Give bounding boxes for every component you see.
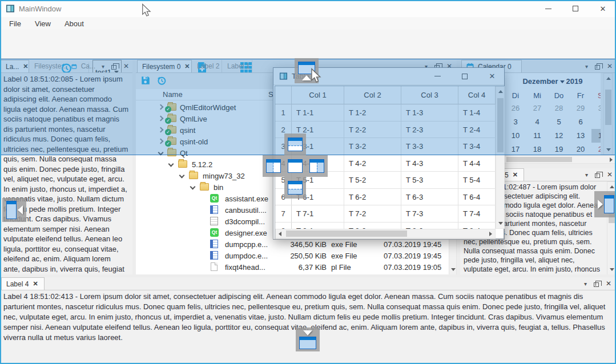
scrollbar-thumb[interactable] bbox=[506, 157, 572, 162]
dock-close-icon[interactable]: ✕ bbox=[606, 280, 611, 288]
table-hscrollbar[interactable] bbox=[275, 229, 496, 238]
calendar-day[interactable]: 13 bbox=[570, 129, 591, 143]
table-cell[interactable]: T 5-4 bbox=[458, 172, 496, 188]
chevron-right-icon[interactable] bbox=[158, 104, 164, 110]
table-window[interactable]: Table 0 ✕ Col 1 Col 2 Col 3 Col 4 1T 1-1… bbox=[273, 67, 505, 240]
table-cell[interactable]: T 5-2 bbox=[344, 172, 401, 188]
table-header-col1[interactable]: Col 1 bbox=[292, 86, 344, 104]
table-cell[interactable]: T 4-4 bbox=[458, 155, 496, 172]
calendar-day[interactable]: 10 bbox=[505, 129, 526, 143]
scrollbar-thumb[interactable] bbox=[497, 98, 504, 152]
calendar-day[interactable]: 3 bbox=[505, 115, 526, 129]
table-row[interactable]: 1T 1-1T 1-2T 1-3T 1-4 bbox=[275, 104, 496, 122]
table-cell[interactable]: T 2-3 bbox=[401, 122, 458, 138]
table-cell[interactable]: T 4-2 bbox=[344, 155, 401, 172]
title-bar[interactable]: MainWindow ✕ bbox=[0, 0, 616, 17]
calendar-day[interactable]: 12 bbox=[548, 129, 570, 143]
close-button[interactable]: ✕ bbox=[482, 68, 502, 84]
table-cell[interactable]: T 6-3 bbox=[401, 189, 458, 205]
scrollbar-thumb[interactable] bbox=[286, 230, 407, 237]
drop-indicator-split-top[interactable] bbox=[284, 134, 306, 155]
dock-menu-icon[interactable]: ▾ bbox=[585, 63, 588, 70]
calendar-day[interactable]: 21 bbox=[591, 143, 601, 155]
table-cell[interactable]: T 7-2 bbox=[344, 205, 401, 222]
table-cell[interactable]: T 7-3 bbox=[401, 205, 458, 222]
drop-indicator-left-edge[interactable] bbox=[2, 198, 26, 222]
drop-indicator-bottom-edge[interactable] bbox=[296, 327, 320, 351]
table-cell[interactable]: T 5-3 bbox=[401, 172, 458, 188]
tab-close-icon[interactable]: ✕ bbox=[184, 63, 190, 70]
scroll-up-icon[interactable] bbox=[606, 77, 611, 80]
scroll-down-icon[interactable] bbox=[606, 148, 611, 151]
drop-indicator-top-edge[interactable] bbox=[295, 58, 319, 83]
tab-label4[interactable]: Label 4 ✕ bbox=[1, 277, 45, 290]
table-cell[interactable]: T 7-1 bbox=[292, 205, 344, 222]
chevron-down-icon[interactable] bbox=[190, 184, 196, 190]
dock-menu-icon[interactable]: ▾ bbox=[584, 281, 587, 287]
table-cell[interactable]: T 1-2 bbox=[344, 104, 401, 121]
restore-icon[interactable] bbox=[156, 75, 167, 86]
table-cell[interactable]: T 1-3 bbox=[401, 104, 458, 121]
calendar-month[interactable]: Dezember bbox=[522, 77, 558, 86]
table-header-col4[interactable]: Col 4 bbox=[458, 86, 496, 104]
table-cell[interactable]: T 6-2 bbox=[344, 189, 401, 205]
table-cell[interactable]: T 1-1 bbox=[292, 104, 344, 121]
maximize-button[interactable] bbox=[562, 0, 589, 17]
calendar-day[interactable]: 19 bbox=[548, 143, 570, 155]
chevron-right-icon[interactable] bbox=[158, 116, 164, 122]
chevron-right-icon[interactable] bbox=[158, 127, 164, 133]
calendar-day[interactable]: 28 bbox=[548, 102, 570, 115]
tab-close-icon[interactable]: ✕ bbox=[23, 63, 28, 70]
table-row[interactable]: 6T 6-1T 6-2T 6-3T 6-4 bbox=[275, 189, 496, 206]
menu-view[interactable]: View bbox=[29, 18, 57, 29]
table-cell[interactable]: T 7-4 bbox=[458, 205, 496, 222]
table-vscrollbar[interactable] bbox=[496, 86, 505, 229]
scroll-up-icon[interactable] bbox=[498, 90, 503, 93]
calendar-day-selected[interactable]: 14 bbox=[591, 129, 601, 143]
scroll-right-icon[interactable] bbox=[610, 157, 613, 162]
dock-close-icon[interactable]: ✕ bbox=[123, 62, 129, 70]
tab-close-icon[interactable]: ✕ bbox=[513, 171, 518, 179]
scroll-left-icon[interactable] bbox=[279, 232, 281, 236]
menu-about[interactable]: About bbox=[59, 18, 90, 29]
calendar-day[interactable]: 26 bbox=[505, 102, 526, 115]
calendar-nav[interactable]: Dezember2019 bbox=[504, 77, 601, 86]
dock-float-icon[interactable] bbox=[595, 65, 600, 70]
minimize-button[interactable] bbox=[535, 0, 561, 17]
dock-float-icon[interactable] bbox=[594, 282, 599, 287]
drop-indicator-split-left[interactable] bbox=[263, 155, 284, 177]
table-cell[interactable]: T 3-2 bbox=[344, 138, 401, 155]
scroll-down-icon[interactable] bbox=[498, 222, 503, 225]
tab-label2[interactable]: Label 2 bbox=[192, 60, 222, 72]
dock-close-icon[interactable]: ✕ bbox=[607, 171, 613, 179]
maximize-button[interactable] bbox=[455, 68, 474, 84]
calendar-day[interactable]: 7 bbox=[591, 115, 601, 129]
tab-filesystem1[interactable]: Filesyste... bbox=[30, 60, 66, 72]
chevron-down-icon[interactable] bbox=[179, 173, 185, 179]
tab-filesystem0[interactable]: Filesystem 0 ✕ bbox=[137, 60, 192, 72]
calendar-day[interactable]: 5 bbox=[548, 115, 570, 129]
dock-float-icon[interactable] bbox=[111, 65, 116, 70]
drop-indicator-split-right[interactable] bbox=[306, 155, 328, 177]
chevron-right-icon[interactable] bbox=[158, 139, 164, 144]
table-row[interactable]: 3T 3-1T 3-2T 3-3T 3-4 bbox=[275, 138, 496, 155]
scroll-right-icon[interactable] bbox=[489, 232, 492, 236]
table-header-col3[interactable]: Col 3 bbox=[401, 86, 458, 104]
table-header-col2[interactable]: Col 2 bbox=[344, 86, 401, 104]
table-row[interactable]: 2T 2-1T 2-2T 2-3T 2-4 bbox=[275, 122, 496, 139]
table-cell[interactable]: T 1-4 bbox=[458, 104, 496, 121]
drop-indicator-center[interactable] bbox=[284, 155, 306, 177]
scroll-down-icon[interactable] bbox=[451, 268, 456, 271]
column-header-name[interactable]: Name bbox=[163, 90, 183, 99]
scroll-up-icon[interactable] bbox=[610, 185, 614, 188]
menu-file[interactable]: File bbox=[3, 18, 27, 29]
calendar-day[interactable]: 4 bbox=[526, 115, 548, 129]
tab-label0[interactable]: La... ✕ bbox=[1, 60, 29, 72]
calendar-day[interactable]: 11 bbox=[526, 129, 548, 143]
table-cell[interactable]: T 3-3 bbox=[401, 138, 458, 155]
drop-indicator-split-bottom[interactable] bbox=[284, 177, 306, 199]
chevron-down-icon[interactable] bbox=[158, 150, 164, 156]
chevron-down-icon[interactable] bbox=[168, 161, 174, 167]
scroll-down-icon[interactable] bbox=[610, 268, 614, 271]
dock-menu-icon[interactable]: ▾ bbox=[585, 172, 588, 178]
